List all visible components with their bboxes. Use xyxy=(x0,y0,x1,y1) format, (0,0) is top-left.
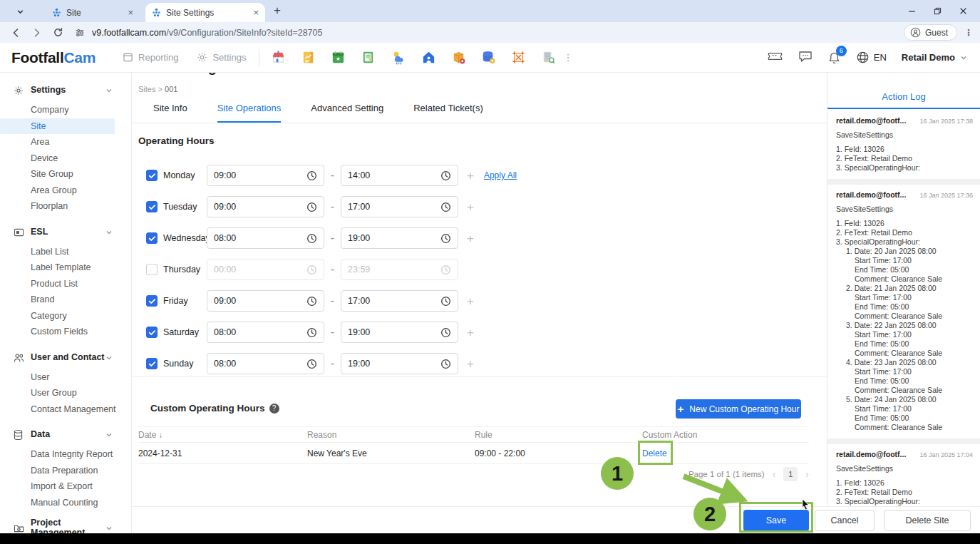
add-time-range-icon[interactable]: + xyxy=(467,232,474,245)
end-time-input[interactable]: 17:00 xyxy=(341,196,458,217)
home-icon[interactable] xyxy=(421,50,436,65)
column-date[interactable]: Date↓ xyxy=(138,430,307,440)
sidebar-item-site-group[interactable]: Site Group xyxy=(0,166,115,183)
restore-icon[interactable] xyxy=(924,0,950,22)
browser-tab-site[interactable]: Site× xyxy=(46,3,140,22)
forward-icon[interactable] xyxy=(31,27,43,39)
sidebar-item-data-integrity-report[interactable]: Data Integrity Report xyxy=(0,446,115,463)
apply-all-link[interactable]: Apply All xyxy=(484,170,517,180)
url-text[interactable]: v9.footfallcam.com/v9/Configuration/Site… xyxy=(92,28,322,38)
clock-icon[interactable] xyxy=(440,170,451,181)
sidebar-section-header[interactable]: Settings xyxy=(0,82,131,99)
column-rule[interactable]: Rule xyxy=(475,430,642,440)
delete-site-button[interactable]: Delete Site xyxy=(884,510,971,531)
browser-menu-icon[interactable]: ⋮ xyxy=(964,28,973,38)
sidebar-item-site[interactable]: Site xyxy=(0,118,115,135)
sidebar-item-brand[interactable]: Brand xyxy=(0,292,115,308)
language-selector[interactable]: EN xyxy=(856,51,887,64)
new-custom-operating-hour-button[interactable]: New Custom Operating Hour xyxy=(676,399,801,419)
clock-icon[interactable] xyxy=(440,265,451,275)
planner-icon[interactable] xyxy=(511,50,526,65)
sidebar-item-company[interactable]: Company xyxy=(0,102,115,118)
tab-advanced-setting[interactable]: Advanced Setting xyxy=(311,103,383,123)
report-icon[interactable] xyxy=(301,50,316,65)
nav-reporting[interactable]: Reporting xyxy=(123,52,178,63)
clock-icon[interactable] xyxy=(306,233,317,244)
account-menu[interactable]: Retail Demo xyxy=(902,52,967,63)
cancel-button[interactable]: Cancel xyxy=(815,510,875,531)
new-tab-button[interactable]: + xyxy=(274,4,281,18)
sidebar-section-header[interactable]: User and Contact xyxy=(0,349,131,366)
catalog-icon[interactable] xyxy=(361,50,376,65)
clock-icon[interactable] xyxy=(440,233,451,244)
add-time-range-icon[interactable]: + xyxy=(467,358,474,370)
chat-icon[interactable] xyxy=(798,50,813,66)
sidebar-item-data-preparation[interactable]: Data Preparation xyxy=(0,463,115,479)
tab-close-icon[interactable]: × xyxy=(123,7,133,18)
day-checkbox[interactable] xyxy=(146,170,158,181)
back-icon[interactable] xyxy=(10,27,21,39)
sidebar-item-contact-management[interactable]: Contact Management xyxy=(0,401,115,418)
store-icon[interactable] xyxy=(271,50,286,65)
add-time-range-icon[interactable]: + xyxy=(467,170,474,182)
sidebar-item-device[interactable]: Device xyxy=(0,150,115,167)
guest-profile-chip[interactable]: Guest xyxy=(904,24,957,41)
start-time-input[interactable]: 09:00 xyxy=(207,290,324,312)
end-time-input[interactable]: 19:00 xyxy=(341,353,458,374)
end-time-input[interactable]: 23:59 xyxy=(341,259,458,280)
end-time-input[interactable]: 19:00 xyxy=(341,322,458,343)
day-checkbox[interactable] xyxy=(146,201,158,212)
add-time-range-icon[interactable]: + xyxy=(467,295,474,307)
sidebar-item-custom-fields[interactable]: Custom Fields xyxy=(0,324,115,340)
reload-icon[interactable] xyxy=(53,27,63,38)
day-checkbox[interactable] xyxy=(146,264,158,275)
sidebar-item-category[interactable]: Category xyxy=(0,308,115,324)
end-time-input[interactable]: 14:00 xyxy=(341,165,458,186)
page-next-icon[interactable]: › xyxy=(805,468,809,480)
close-icon[interactable] xyxy=(950,0,976,22)
calendar-icon[interactable] xyxy=(331,50,346,65)
clock-icon[interactable] xyxy=(306,170,317,181)
page-prev-icon[interactable]: ‹ xyxy=(773,468,776,480)
sidebar-item-floorplan[interactable]: Floorplan xyxy=(0,198,115,215)
tab-close-icon[interactable]: × xyxy=(249,7,259,18)
clock-icon[interactable] xyxy=(306,265,317,275)
day-checkbox[interactable] xyxy=(146,295,158,307)
column-reason[interactable]: Reason xyxy=(307,430,475,440)
clock-icon[interactable] xyxy=(440,296,451,307)
clock-icon[interactable] xyxy=(440,327,451,338)
page-number[interactable]: 1 xyxy=(783,467,798,481)
more-apps-icon[interactable]: ⋮ xyxy=(563,52,572,63)
browser-tab-site-settings[interactable]: Site Settings× xyxy=(145,3,265,22)
clock-icon[interactable] xyxy=(306,202,317,212)
day-checkbox[interactable] xyxy=(146,327,158,338)
start-time-input[interactable]: 08:00 xyxy=(207,322,324,343)
notifications-bell-icon[interactable]: 6 xyxy=(827,51,841,65)
tab-site-operations[interactable]: Site Operations xyxy=(217,103,282,123)
breadcrumb-root[interactable]: Sites xyxy=(138,85,155,93)
sidebar-item-manual-counting[interactable]: Manual Counting xyxy=(0,495,115,511)
start-time-input[interactable]: 08:00 xyxy=(207,227,324,249)
day-checkbox[interactable] xyxy=(146,232,158,244)
action-log-tab[interactable]: Action Log xyxy=(827,83,980,109)
ticket-icon[interactable] xyxy=(767,51,783,65)
weather-icon[interactable] xyxy=(391,50,406,65)
clock-icon[interactable] xyxy=(440,202,451,212)
footfallcam-logo[interactable]: FootfallCam xyxy=(11,49,96,66)
package-icon[interactable] xyxy=(451,50,466,65)
tab-site-info[interactable]: Site Info xyxy=(153,103,187,123)
sidebar-item-label-template[interactable]: Label Template xyxy=(0,260,115,276)
sidebar-item-area[interactable]: Area xyxy=(0,134,115,150)
tab-search-chevron-icon[interactable] xyxy=(11,5,29,18)
minimize-icon[interactable] xyxy=(899,0,924,22)
clock-icon[interactable] xyxy=(306,296,317,307)
sidebar-item-import-export[interactable]: Import & Export xyxy=(0,478,115,495)
start-time-input[interactable]: 09:00 xyxy=(207,165,324,186)
add-time-range-icon[interactable]: + xyxy=(467,201,474,213)
sidebar-item-product-list[interactable]: Product List xyxy=(0,276,115,292)
start-time-input[interactable]: 08:00 xyxy=(207,353,324,374)
start-time-input[interactable]: 00:00 xyxy=(207,259,324,280)
start-time-input[interactable]: 09:00 xyxy=(207,196,324,217)
end-time-input[interactable]: 19:00 xyxy=(341,227,458,249)
sidebar-item-user[interactable]: User xyxy=(0,369,115,386)
